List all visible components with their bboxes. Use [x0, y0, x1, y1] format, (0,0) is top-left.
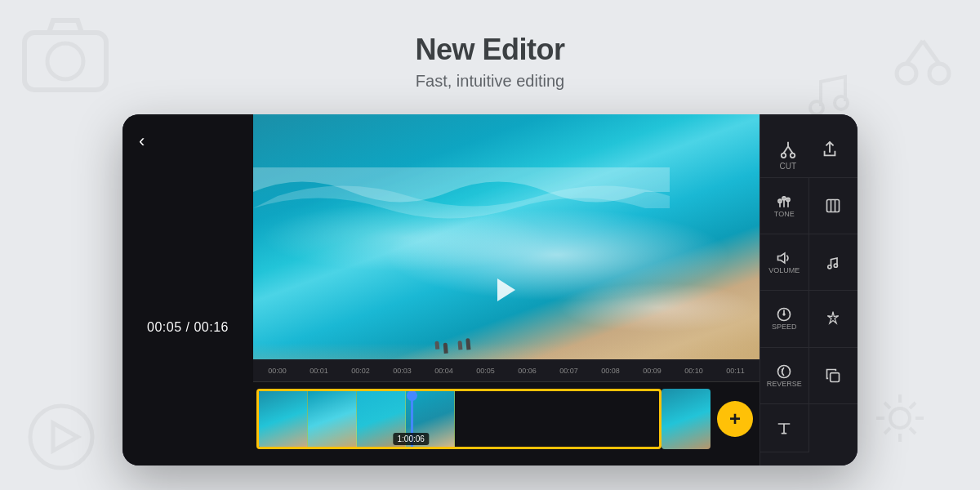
sparkle-icon — [825, 310, 841, 327]
share-button[interactable] — [821, 140, 839, 171]
svg-marker-25 — [778, 253, 785, 263]
cut-icon — [779, 140, 797, 158]
play-button[interactable] — [497, 278, 515, 301]
reverse-button[interactable]: REVERSE — [760, 348, 809, 404]
svg-point-27 — [835, 264, 838, 267]
svg-rect-32 — [831, 372, 840, 381]
speed-icon — [776, 306, 792, 323]
left-panel: ‹ 00:05 / 00:16 — [122, 114, 253, 466]
share-icon — [821, 140, 839, 158]
cut-button[interactable]: CUT — [779, 140, 797, 171]
reverse-label: REVERSE — [767, 380, 802, 388]
active-clip[interactable]: 1:00:06 — [256, 389, 662, 449]
copy-icon — [825, 368, 841, 384]
ruler-mark-3: 00:03 — [381, 367, 423, 375]
ruler-mark-9: 00:09 — [631, 367, 673, 375]
text-icon — [776, 420, 792, 436]
clip-time-label: 1:00:06 — [394, 433, 429, 445]
svg-point-11 — [782, 154, 786, 158]
effect-button[interactable] — [809, 291, 858, 347]
speed-button[interactable]: SPEED — [760, 291, 809, 347]
page-title: New Editor — [0, 33, 980, 67]
svg-point-29 — [783, 314, 786, 316]
svg-point-8 — [30, 406, 92, 468]
speed-label: SPEED — [772, 323, 797, 331]
music-icon — [825, 254, 841, 270]
main-content: 00:00 00:01 00:02 00:03 00:04 00:05 00:0… — [253, 114, 760, 466]
ruler-mark-11: 00:11 — [715, 367, 756, 375]
ruler-mark-6: 00:06 — [506, 367, 548, 375]
ruler-mark-2: 00:02 — [340, 367, 381, 375]
svg-point-30 — [778, 365, 791, 377]
tone-icon — [776, 194, 792, 210]
ruler-mark-5: 00:05 — [465, 367, 506, 375]
ruler-mark-8: 00:08 — [590, 367, 631, 375]
page-subtitle: Fast, intuitive editing — [0, 72, 980, 91]
bg-icon-play — [24, 400, 98, 474]
back-button[interactable]: ‹ — [139, 131, 145, 152]
clips-strip[interactable]: 1:00:06 + — [253, 382, 760, 456]
tone-button[interactable]: TONE — [760, 178, 809, 234]
ruler-mark-4: 00:04 — [423, 367, 465, 375]
svg-rect-22 — [827, 200, 840, 212]
time-display: 00:05 / 00:16 — [147, 320, 229, 335]
volume-label: VOLUME — [768, 266, 800, 274]
text-button[interactable] — [760, 404, 809, 452]
ruler-mark-7: 00:07 — [548, 367, 590, 375]
tone-label: TONE — [774, 210, 795, 218]
svg-marker-9 — [53, 423, 78, 451]
device-screen: ‹ 00:05 / 00:16 — [122, 114, 858, 466]
header: New Editor Fast, intuitive editing — [0, 0, 980, 107]
remaining-clip — [662, 389, 710, 449]
svg-line-14 — [788, 146, 793, 153]
trim-button[interactable] — [809, 178, 858, 234]
clips-container: 1:00:06 — [256, 389, 710, 449]
cut-label: CUT — [779, 162, 796, 171]
ruler-marks: 00:00 00:01 00:02 00:03 00:04 00:05 00:0… — [256, 367, 756, 375]
svg-point-10 — [890, 408, 910, 428]
timeline-area: 00:00 00:01 00:02 00:03 00:04 00:05 00:0… — [253, 359, 760, 466]
volume-icon — [776, 250, 792, 266]
reverse-icon — [776, 363, 792, 380]
toolbar-top-row: CUT — [760, 127, 858, 178]
volume-button[interactable]: VOLUME — [760, 234, 809, 291]
duplicate-button[interactable] — [809, 348, 858, 404]
trim-icon — [825, 198, 841, 214]
music-button[interactable] — [809, 234, 858, 291]
bg-icon-settings — [870, 388, 931, 449]
svg-point-26 — [828, 265, 831, 269]
ruler-mark-1: 00:01 — [298, 367, 340, 375]
ruler-mark-0: 00:00 — [256, 367, 298, 375]
toolbar-grid: TONE VOLUME — [760, 178, 858, 452]
ruler-mark-10: 00:10 — [673, 367, 715, 375]
timeline-ruler: 00:00 00:01 00:02 00:03 00:04 00:05 00:0… — [253, 359, 760, 382]
device-frame: ‹ 00:05 / 00:16 — [122, 114, 858, 466]
add-clip-button[interactable]: + — [717, 401, 753, 437]
right-toolbar: CUT — [760, 114, 858, 466]
svg-line-13 — [783, 146, 788, 153]
svg-point-12 — [791, 154, 795, 158]
